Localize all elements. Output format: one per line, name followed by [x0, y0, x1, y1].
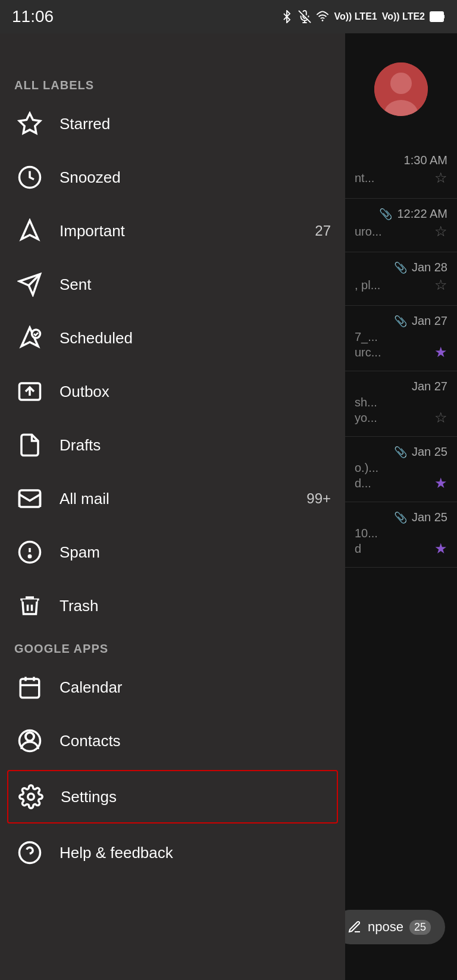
- email-text-7a: 10...: [355, 527, 447, 540]
- email-time-1: 1:30 AM: [404, 154, 447, 167]
- avatar-container[interactable]: [345, 33, 457, 145]
- sidebar-item-trash[interactable]: Trash: [0, 579, 345, 633]
- clip-icon-7: 📎: [394, 511, 407, 524]
- compose-label: npose: [368, 919, 403, 935]
- clip-icon-2: 📎: [379, 208, 392, 221]
- sidebar-item-help[interactable]: Help & feedback: [0, 826, 345, 879]
- help-icon: [14, 837, 45, 868]
- sidebar-item-settings[interactable]: Settings: [7, 770, 338, 824]
- email-panel: 1:30 AM nt... ☆ 📎 12:22 AM uro... ☆: [345, 33, 457, 980]
- svg-point-35: [390, 73, 412, 94]
- star-5: ☆: [434, 409, 447, 426]
- email-time-3: Jan 28: [412, 261, 447, 274]
- drawer: ALL LABELS Starred Snoozed Important 27: [0, 33, 345, 980]
- status-time: 11:06: [12, 7, 54, 26]
- signal-lte1: Vo)) LTE1: [334, 11, 377, 22]
- sidebar-item-contacts[interactable]: Contacts: [0, 714, 345, 768]
- drafts-label: Drafts: [60, 436, 331, 455]
- main-layout: ALL LABELS Starred Snoozed Important 27: [0, 33, 457, 980]
- email-text-4b: urc...: [355, 346, 381, 359]
- outbox-label: Outbox: [60, 383, 331, 401]
- sidebar-item-drafts[interactable]: Drafts: [0, 418, 345, 472]
- email-text-2: uro...: [355, 225, 382, 239]
- important-label: Important: [60, 222, 315, 240]
- email-peek-6: 📎 Jan 25 o.)... d... ★: [345, 437, 457, 502]
- sidebar-item-scheduled[interactable]: Scheduled: [0, 311, 345, 365]
- avatar: [374, 62, 428, 116]
- email-text-3: , pl...: [355, 278, 380, 292]
- wifi-icon: [316, 10, 329, 23]
- star-2: ☆: [434, 223, 447, 240]
- spam-label: Spam: [60, 543, 331, 562]
- svg-rect-23: [23, 600, 37, 602]
- calendar-icon: [14, 672, 45, 703]
- settings-label: Settings: [61, 788, 330, 806]
- help-label: Help & feedback: [60, 844, 331, 862]
- email-peek-5: Jan 27 sh... yo... ☆: [345, 371, 457, 437]
- contacts-label: Contacts: [60, 732, 331, 750]
- svg-rect-24: [20, 679, 39, 698]
- snoozed-label: Snoozed: [60, 168, 331, 187]
- star-icon: [14, 108, 45, 139]
- star-7: ★: [434, 540, 447, 557]
- email-peek-2: 📎 12:22 AM uro... ☆: [345, 199, 457, 252]
- mute-icon: [298, 10, 311, 23]
- important-icon: [14, 215, 45, 246]
- settings-icon: [15, 781, 46, 812]
- scheduled-icon: [14, 323, 45, 353]
- email-peek-7: 📎 Jan 25 10... d ★: [345, 502, 457, 568]
- star-3: ☆: [434, 277, 447, 293]
- all-labels-heading: ALL LABELS: [0, 69, 345, 97]
- allmail-badge: 99+: [306, 490, 331, 507]
- star-1: ☆: [434, 170, 447, 186]
- svg-rect-6: [431, 12, 443, 21]
- sidebar-item-starred[interactable]: Starred: [0, 97, 345, 151]
- email-peek-3: 📎 Jan 28 , pl... ☆: [345, 252, 457, 306]
- drawer-header: [0, 33, 345, 69]
- contacts-icon: [14, 725, 45, 756]
- svg-point-31: [28, 794, 35, 800]
- star-6: ★: [434, 475, 447, 491]
- sidebar-item-calendar[interactable]: Calendar: [0, 660, 345, 714]
- email-text-4a: 7_...: [355, 330, 447, 344]
- status-bar: 11:06 Vo)) LTE1 Vo)) LTE2: [0, 0, 457, 33]
- bluetooth-icon: [280, 10, 293, 23]
- svg-rect-5: [443, 15, 445, 18]
- scheduled-label: Scheduled: [60, 329, 331, 347]
- sidebar-item-outbox[interactable]: Outbox: [0, 365, 345, 418]
- email-time-6: Jan 25: [412, 445, 447, 459]
- email-peek-4: 📎 Jan 27 7_... urc... ★: [345, 306, 457, 371]
- sidebar-item-spam[interactable]: Spam: [0, 525, 345, 579]
- allmail-label: All mail: [60, 490, 306, 508]
- important-badge: 27: [315, 223, 331, 239]
- email-text-7b: d: [355, 542, 361, 556]
- sidebar-item-allmail[interactable]: All mail 99+: [0, 472, 345, 525]
- outbox-icon: [14, 376, 45, 407]
- signal-lte2: Vo)) LTE2: [382, 11, 425, 22]
- star-4: ★: [434, 344, 447, 361]
- svg-point-3: [322, 20, 324, 21]
- email-time-7: Jan 25: [412, 511, 447, 524]
- compose-count: 25: [409, 920, 431, 935]
- clip-icon-3: 📎: [394, 261, 407, 274]
- svg-point-29: [26, 732, 34, 741]
- email-text-6b: d...: [355, 477, 371, 490]
- sidebar-item-sent[interactable]: Sent: [0, 258, 345, 311]
- sidebar-item-snoozed[interactable]: Snoozed: [0, 151, 345, 204]
- sent-icon: [14, 269, 45, 300]
- email-text-6a: o.)...: [355, 461, 447, 475]
- sent-label: Sent: [60, 275, 331, 294]
- starred-label: Starred: [60, 115, 331, 133]
- status-icons: Vo)) LTE1 Vo)) LTE2: [280, 10, 445, 23]
- trash-label: Trash: [60, 597, 331, 615]
- compose-button[interactable]: npose 25: [345, 910, 445, 944]
- email-time-2: 12:22 AM: [397, 207, 447, 221]
- svg-point-21: [29, 555, 31, 558]
- allmail-icon: [14, 483, 45, 514]
- battery-icon: [430, 10, 445, 23]
- draft-icon: [14, 430, 45, 461]
- email-time-5: Jan 27: [412, 380, 447, 393]
- email-text-5b: yo...: [355, 411, 377, 425]
- sidebar-item-important[interactable]: Important 27: [0, 204, 345, 258]
- trash-icon: [14, 590, 45, 621]
